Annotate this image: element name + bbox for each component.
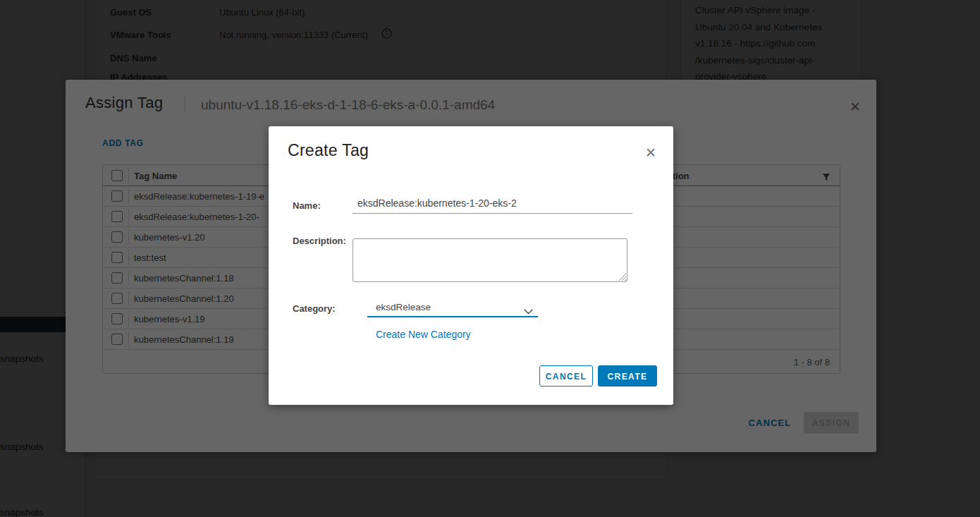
name-label: Name: xyxy=(293,200,321,211)
chevron-down-icon xyxy=(524,305,533,317)
category-selected-value: eksdRelease xyxy=(376,302,431,312)
create-tag-create-button[interactable]: CREATE xyxy=(598,365,657,387)
create-tag-cancel-button[interactable]: CANCEL xyxy=(539,365,593,387)
screen: snapshots snapshots snapshots Guest OS U… xyxy=(0,0,980,517)
category-select[interactable]: eksdRelease xyxy=(367,298,538,317)
create-new-category-link[interactable]: Create New Category xyxy=(376,329,471,340)
name-input[interactable] xyxy=(353,194,632,214)
create-tag-modal: Create Tag ✕ Name: Description: Category… xyxy=(269,126,673,405)
create-tag-title: Create Tag xyxy=(288,141,369,160)
category-label: Category: xyxy=(293,303,336,314)
description-label: Description: xyxy=(293,236,346,246)
description-textarea[interactable] xyxy=(353,238,627,282)
close-icon[interactable]: ✕ xyxy=(645,146,656,159)
